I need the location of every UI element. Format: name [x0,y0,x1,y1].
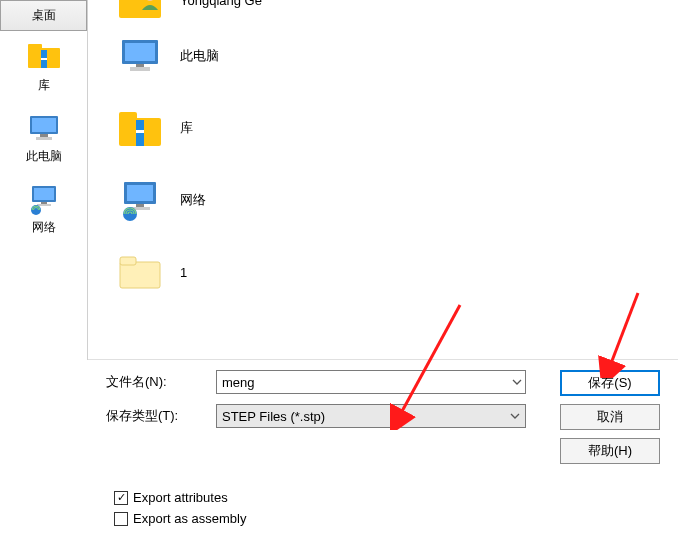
sidebar-item-libraries[interactable]: 库 [0,31,87,102]
sidebar-item-network[interactable]: 网络 [0,173,87,244]
svg-rect-25 [127,185,153,201]
checkbox-label: Export attributes [133,490,228,505]
places-sidebar: 桌面 库 此电脑 网络 [0,0,88,360]
computer-icon [112,28,168,84]
help-button[interactable]: 帮助(H) [560,438,660,464]
list-item-label: 库 [180,119,193,137]
sidebar-item-label: 此电脑 [26,148,62,165]
svg-rect-29 [120,262,160,288]
network-icon [112,172,168,228]
button-column: 保存(S) 取消 帮助(H) [560,370,660,472]
libraries-icon [112,100,168,156]
svg-rect-6 [40,134,48,137]
svg-rect-3 [41,58,47,60]
svg-rect-10 [41,202,47,204]
file-list: Yongqiang Ge 此电脑 库 网络 1 [88,0,678,360]
filename-input[interactable] [216,370,526,394]
export-options: Export attributes Export as assembly [114,490,246,532]
list-item-label: 此电脑 [180,47,219,65]
svg-rect-30 [120,257,136,265]
svg-rect-26 [136,204,144,207]
network-icon [26,181,62,217]
svg-rect-9 [34,188,54,200]
svg-rect-5 [32,118,56,132]
svg-rect-19 [130,67,150,71]
svg-rect-7 [36,137,52,140]
list-item[interactable]: 此电脑 [112,20,678,92]
button-label: 保存(S) [588,374,631,392]
svg-rect-17 [125,43,155,61]
svg-point-28 [123,207,137,221]
sidebar-item-label: 网络 [32,219,56,236]
filename-label: 文件名(N): [106,373,216,391]
libraries-icon [26,39,62,75]
filetype-label: 保存类型(T): [106,407,216,425]
user-folder-icon [112,0,168,28]
checkbox-label: Export as assembly [133,511,246,526]
button-label: 取消 [597,408,623,426]
sidebar-item-this-pc[interactable]: 此电脑 [0,102,87,173]
list-item[interactable]: Yongqiang Ge [112,0,678,20]
svg-rect-11 [37,204,51,206]
sidebar-tab-desktop[interactable]: 桌面 [0,0,87,31]
filetype-value: STEP Files (*.stp) [222,409,325,424]
cancel-button[interactable]: 取消 [560,404,660,430]
folder-icon [112,244,168,300]
svg-rect-21 [119,112,137,122]
export-attributes-checkbox[interactable]: Export attributes [114,490,246,505]
button-label: 帮助(H) [588,442,632,460]
svg-rect-18 [136,64,144,67]
list-item-label: 网络 [180,191,206,209]
list-item[interactable]: 1 [112,236,678,308]
checkbox-icon [114,512,128,526]
filetype-select[interactable]: STEP Files (*.stp) [216,404,526,428]
svg-rect-1 [28,44,42,50]
save-button[interactable]: 保存(S) [560,370,660,396]
list-item-label: Yongqiang Ge [180,0,262,8]
sidebar-tab-label: 桌面 [32,8,56,22]
list-item[interactable]: 网络 [112,164,678,236]
svg-rect-23 [136,130,144,133]
list-item-label: 1 [180,265,187,280]
sidebar-item-label: 库 [38,77,50,94]
checkbox-icon [114,491,128,505]
computer-icon [26,110,62,146]
list-item[interactable]: 库 [112,92,678,164]
export-assembly-checkbox[interactable]: Export as assembly [114,511,246,526]
